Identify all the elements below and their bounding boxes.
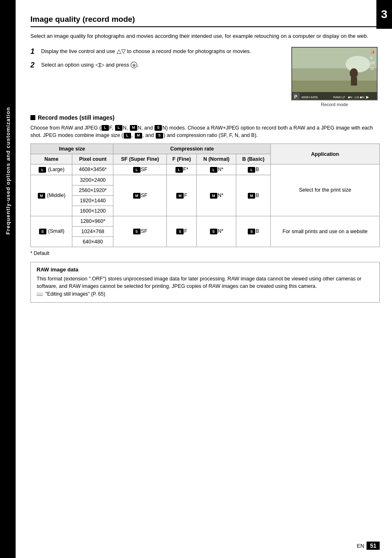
svg-point-4 [350,68,358,78]
camera-label: Record mode [321,102,348,107]
chapter-badge: 3 [376,0,392,29]
small-pixels-1: 1280×960* [72,216,113,226]
quality-table: Image size Compression rate Application … [30,144,380,247]
svg-text:IS: IS [370,67,374,71]
middle-pixels-2: 2560×1920* [72,185,113,195]
middle-name: M (Middle) [31,175,72,216]
record-modes-heading-text: Record modes (still images) [38,114,115,121]
book-icon: 📖 [37,291,43,297]
small-name: S (Small) [31,216,72,247]
step-2-num: 2 [30,60,39,70]
step-2-text: Select an option using ◁▷ and press ⊛. [41,60,139,69]
svg-text:≡: ≡ [370,56,373,60]
subheader-pixel-count: Pixel count [72,154,113,164]
svg-text:▶: ▶ [366,95,369,99]
subheader-name: Name [31,154,72,164]
camera-image-area: ⛵ ≡ AF IS P 4608×3456 RAW [289,47,380,107]
small-b: SB [236,216,270,247]
default-note: * Default [30,250,380,256]
middle-pixels-3: 1920×1440 [72,195,113,206]
svg-text:■N: ■N [360,95,364,99]
step-2: 2 Select an option using ◁▷ and press ⊛. [30,60,283,70]
large-pixels: 4608×3456* [72,164,113,175]
page-number-bar: EN 51 [357,542,380,550]
svg-text:LF: LF [341,95,345,99]
large-medium-application: Select for the print size [271,164,380,216]
step-1: 1 Display the live control and use △▽ to… [30,47,283,56]
middle-f: MF [166,175,196,216]
middle-sf: MSF [113,175,166,216]
raw-info-box: RAW image data This format (extension ".… [30,262,380,303]
large-n: LN* [197,164,236,175]
svg-text:4608×3456: 4608×3456 [301,95,318,99]
raw-box-text: This format (extension ".ORF") stores un… [37,275,374,298]
table-row-small-1: S (Small) 1280×960* SSF SF SN* SB For sm… [31,216,380,226]
section-title: Image quality (record mode) [30,15,380,27]
step-1-text: Display the live control and use △▽ to c… [41,47,251,56]
small-application: For small prints and use on a website [271,216,380,247]
side-tab-text: Frequently-used options and customizatio… [5,107,11,234]
header-image-size: Image size [31,144,113,154]
svg-text:LN: LN [355,95,359,99]
header-application: Application [271,144,380,164]
subheader-sf: SF (Super Fine) [113,154,166,164]
page-num-label: EN [357,543,364,549]
raw-box-ref: "Editing still images" (P. 65) [45,291,105,297]
large-sf: LSF [113,164,166,175]
steps-left: 1 Display the live control and use △▽ to… [30,47,283,107]
record-modes-heading: Record modes (still images) [30,114,380,121]
camera-screen-inner: ⛵ ≡ AF IS P 4608×3456 RAW [292,48,377,100]
heading-square [30,115,35,120]
intro-text: Select an image quality for photographs … [30,32,380,40]
small-pixels-3: 640×480 [72,236,113,247]
svg-text:P: P [294,94,297,99]
middle-pixels-4: 1600×1200 [72,206,113,216]
header-compression-rate: Compression rate [113,144,271,154]
svg-text:AF: AF [370,61,375,65]
middle-b: MB [236,175,270,216]
camera-screen: ⛵ ≡ AF IS P 4608×3456 RAW [291,47,378,100]
small-f: SF [166,216,196,247]
svg-text:⛵: ⛵ [370,49,376,55]
svg-text:■N: ■N [348,95,353,99]
steps-area: 1 Display the live control and use △▽ to… [30,47,380,107]
subheader-f: F (Fine) [166,154,196,164]
subheader-n: N (Normal) [197,154,236,164]
record-modes-body: Choose from RAW and JPEG (LF, LN, MN, an… [30,124,380,140]
side-tab: Frequently-used options and customizatio… [0,0,16,558]
small-n: SN* [197,216,236,247]
svg-rect-5 [351,77,357,86]
large-f: LF* [166,164,196,175]
page-num-badge: 51 [367,542,380,550]
middle-n: MN* [197,175,236,216]
small-sf: SSF [113,216,166,247]
svg-text:RAW: RAW [333,95,341,99]
subheader-b: B (Basic) [236,154,270,164]
step-1-num: 1 [30,47,39,56]
large-name: L (Large) [31,164,72,175]
main-content: 3 Image quality (record mode) Select an … [16,0,392,558]
small-pixels-2: 1024×768 [72,226,113,236]
raw-box-title: RAW image data [37,266,374,273]
table-row-large: L (Large) 4608×3456* LSF LF* LN* LB Sele… [31,164,380,175]
middle-pixels-1: 3200×2400 [72,175,113,185]
large-b: LB [236,164,270,175]
